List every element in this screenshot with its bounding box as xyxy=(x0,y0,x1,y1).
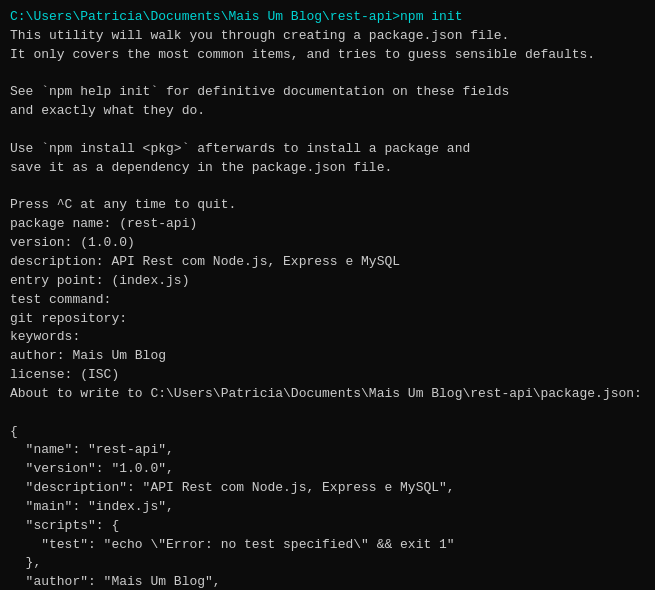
terminal-line xyxy=(10,65,645,84)
terminal-line: package name: (rest-api) xyxy=(10,215,645,234)
terminal-line: entry point: (index.js) xyxy=(10,272,645,291)
terminal-line: "description": "API Rest com Node.js, Ex… xyxy=(10,479,645,498)
terminal-line: It only covers the most common items, an… xyxy=(10,46,645,65)
terminal-line: Use `npm install <pkg>` afterwards to in… xyxy=(10,140,645,159)
terminal-line: license: (ISC) xyxy=(10,366,645,385)
terminal-window: C:\Users\Patricia\Documents\Mais Um Blog… xyxy=(10,8,645,582)
terminal-line: test command: xyxy=(10,291,645,310)
terminal-line: and exactly what they do. xyxy=(10,102,645,121)
terminal-line: version: (1.0.0) xyxy=(10,234,645,253)
terminal-line: { xyxy=(10,423,645,442)
terminal-line: "scripts": { xyxy=(10,517,645,536)
terminal-line: See `npm help init` for definitive docum… xyxy=(10,83,645,102)
terminal-line: "version": "1.0.0", xyxy=(10,460,645,479)
terminal-line: "author": "Mais Um Blog", xyxy=(10,573,645,590)
terminal-line: "name": "rest-api", xyxy=(10,441,645,460)
terminal-line: git repository: xyxy=(10,310,645,329)
terminal-line: C:\Users\Patricia\Documents\Mais Um Blog… xyxy=(10,8,645,27)
terminal-line: This utility will walk you through creat… xyxy=(10,27,645,46)
terminal-line: keywords: xyxy=(10,328,645,347)
terminal-line: "test": "echo \"Error: no test specified… xyxy=(10,536,645,555)
terminal-line: "main": "index.js", xyxy=(10,498,645,517)
terminal-line xyxy=(10,121,645,140)
terminal-line: description: API Rest com Node.js, Expre… xyxy=(10,253,645,272)
terminal-line: About to write to C:\Users\Patricia\Docu… xyxy=(10,385,645,404)
terminal-line: Press ^C at any time to quit. xyxy=(10,196,645,215)
terminal-line: save it as a dependency in the package.j… xyxy=(10,159,645,178)
terminal-line: }, xyxy=(10,554,645,573)
terminal-line xyxy=(10,404,645,423)
terminal-line: author: Mais Um Blog xyxy=(10,347,645,366)
terminal-line xyxy=(10,178,645,197)
